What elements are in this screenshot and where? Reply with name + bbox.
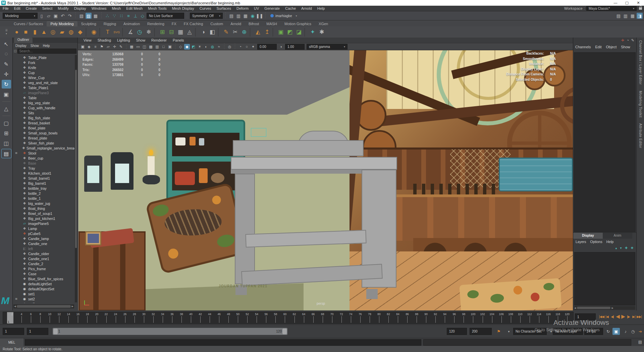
safe-action-icon[interactable]: □: [161, 44, 166, 50]
grid-icon[interactable]: ▦: [129, 44, 135, 50]
outliner-item-bowl_of_soup1[interactable]: ❖Bowl_of_soup1: [13, 211, 74, 216]
menu-mesh-tools[interactable]: Mesh Tools: [145, 6, 169, 10]
menu-help[interactable]: Help: [315, 6, 328, 10]
exposure-field[interactable]: 0.00: [257, 44, 277, 50]
channel-menu-object[interactable]: Object: [606, 45, 616, 49]
exposure-icon[interactable]: ✦: [250, 44, 256, 50]
outliner-item-table_plate[interactable]: ❖Table_Plate: [13, 55, 74, 60]
undo-icon[interactable]: ↶: [60, 13, 66, 19]
outliner-item-small_reptangle_service_bread[interactable]: ❖Small_reptangle_service_bread: [13, 145, 74, 151]
lock-camera-icon[interactable]: ◈: [86, 44, 92, 50]
play-forwards-button[interactable]: ▶: [621, 313, 626, 320]
new-scene-icon[interactable]: ▯: [39, 13, 45, 19]
no-live-surface-field[interactable]: No Live Surface: [147, 13, 184, 19]
shelf-tab-motion-graphics[interactable]: Motion Graphics: [281, 21, 315, 26]
animation-end-field[interactable]: [470, 328, 492, 335]
go-to-start-button[interactable]: |◀◀: [599, 313, 604, 320]
outliner-item-table_plate1[interactable]: ❖Table_Plate1: [13, 85, 74, 90]
outliner-item-pics_frame[interactable]: ❖Pics_frame: [13, 266, 74, 271]
select-hierarchy-icon[interactable]: ▧: [78, 13, 85, 19]
outliner-item-cup[interactable]: ❖Cup: [13, 70, 74, 75]
range-slider-bar[interactable]: 1 120: [53, 328, 287, 335]
field-chart-icon[interactable]: ▥: [154, 44, 160, 50]
pan-zoom-icon[interactable]: ✛: [112, 44, 117, 50]
poly-disc-icon[interactable]: ◍: [67, 28, 75, 37]
outliner-item-knife[interactable]: ❖Knife: [13, 65, 74, 70]
outliner-item-imageplane3[interactable]: ▱imagePlane3: [13, 90, 74, 95]
universal-manipulator-tool[interactable]: △: [2, 104, 11, 113]
shelf-tab-animation[interactable]: Animation: [120, 21, 144, 26]
select-tool[interactable]: ↖: [2, 40, 11, 48]
scale-tool[interactable]: ▣: [2, 90, 11, 99]
camera-attributes-icon[interactable]: ≡: [93, 44, 98, 50]
outliner-item-base[interactable]: ❖Base: [13, 161, 74, 166]
channel-box-empty[interactable]: [574, 52, 636, 232]
shaded-icon[interactable]: ◆: [184, 44, 190, 50]
sidebar-tab-channel-box-layer-editor[interactable]: Channel Box / Layer Editor: [639, 40, 642, 85]
image-plane-icon[interactable]: ▱: [105, 44, 111, 50]
menu-uv[interactable]: UV: [251, 6, 262, 10]
range-end-handle[interactable]: [282, 329, 287, 334]
search-input[interactable]: [17, 49, 76, 54]
anim-layer-dropdown[interactable]: No Anim Layer: [553, 328, 583, 335]
new-empty-layer-icon[interactable]: ✚: [625, 246, 628, 251]
minimize-button[interactable]: —: [610, 1, 621, 5]
snap-to-point-icon[interactable]: ∷: [118, 13, 124, 19]
outliner-item-table[interactable]: ❖Table: [13, 95, 74, 100]
select-camera-icon[interactable]: ▣: [80, 44, 86, 50]
layout-two-pane[interactable]: ◫: [2, 139, 11, 148]
expand-icon[interactable]: ⊞: [15, 152, 17, 155]
outliner-item-big_veg_slate[interactable]: ❖big_veg_slate: [13, 100, 74, 105]
mash-trails-icon[interactable]: ◪: [295, 28, 303, 37]
layer-tab-display[interactable]: Display: [573, 233, 603, 239]
layer-tab-anim[interactable]: Anim: [603, 233, 632, 239]
ipr-render-icon[interactable]: ▥: [235, 13, 241, 19]
outliner-item-veg_and_mit_slate[interactable]: ❖veg_and_mit_slate: [13, 80, 74, 85]
menu-select[interactable]: Select: [40, 6, 55, 10]
shelf-options-icon[interactable]: ▾: [6, 32, 7, 35]
viewport-menu-renderer[interactable]: Renderer: [149, 38, 169, 42]
menu-mesh[interactable]: Mesh: [109, 6, 123, 10]
layout-outliner-persp[interactable]: ▤: [1, 149, 11, 158]
outliner-item-pcube5[interactable]: ❖pCube5: [13, 231, 74, 236]
menu-generate[interactable]: Generate: [262, 6, 282, 10]
fps-dropdown[interactable]: 24 fps: [584, 328, 603, 335]
poly-torus-icon[interactable]: ◎: [49, 28, 57, 37]
mel-label[interactable]: MEL: [0, 338, 23, 346]
menu-create[interactable]: Create: [23, 6, 40, 10]
shelf-tab-mash[interactable]: MASH: [263, 21, 281, 26]
layout-single-pane[interactable]: ▢: [2, 119, 11, 127]
separate-icon[interactable]: ⊟: [167, 28, 175, 37]
menu-mesh-display[interactable]: Mesh Display: [169, 6, 197, 10]
quad-draw-icon[interactable]: ✎: [222, 28, 230, 37]
xray-icon[interactable]: ◔: [237, 44, 243, 50]
outliner-item-silver_fish_plate[interactable]: ❖Silver_fish_plate: [13, 140, 74, 145]
outliner-item-set2[interactable]: ⊞◉set2: [13, 296, 74, 301]
make-live-icon[interactable]: ◇: [140, 13, 146, 19]
outliner-item-small_barrel1[interactable]: ❖Small_barrel1: [13, 176, 74, 181]
smooth-icon[interactable]: ◬: [185, 28, 194, 37]
scrollbar-thumb[interactable]: [577, 307, 610, 309]
outliner-item-big_water_jug[interactable]: ❖big_water_jug: [13, 201, 74, 206]
channel-graph-icon[interactable]: ✎: [631, 38, 634, 43]
filter-icon[interactable]: ⊡: [14, 49, 16, 53]
outliner-item-candle_older[interactable]: ❖Candle_older: [13, 251, 74, 256]
viewport-menu-panels[interactable]: Panels: [170, 38, 186, 42]
scrollbar-thumb[interactable]: [17, 305, 70, 308]
outliner-item-kitchen_stool1[interactable]: ❖Kitchen_stool1: [13, 171, 74, 176]
outliner-item-big_fish_slate[interactable]: ❖Big_fish_slate: [13, 115, 74, 120]
safe-title-icon[interactable]: ▣: [167, 44, 173, 50]
grid-toggle-icon[interactable]: ▤: [615, 13, 622, 19]
channel-menu-channels[interactable]: Channels: [575, 45, 591, 49]
menu-cache[interactable]: Cache: [282, 6, 299, 10]
outliner-menu-help[interactable]: Help: [43, 44, 50, 48]
ssao-icon[interactable]: ◍: [210, 44, 215, 50]
menu-edit-mesh[interactable]: Edit Mesh: [123, 6, 145, 10]
textured-icon[interactable]: ◩: [191, 44, 196, 50]
outliner-item-fork[interactable]: ❖Fork: [13, 60, 74, 65]
bookmark-flag-icon[interactable]: ⚑: [495, 328, 502, 335]
construction-aid-icon[interactable]: ◷: [136, 28, 144, 37]
layout-four-pane[interactable]: ⊞: [2, 129, 11, 137]
shelf-tab-arnold[interactable]: Arnold: [227, 21, 245, 26]
svg-tool-icon[interactable]: SVG: [113, 28, 121, 37]
